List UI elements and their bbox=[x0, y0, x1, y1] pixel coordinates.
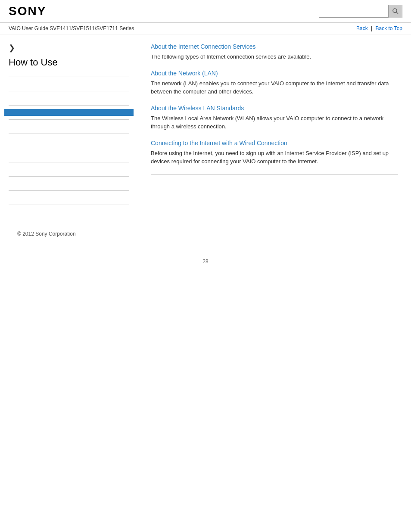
content-section-1: About the Internet Connection Services T… bbox=[151, 43, 398, 61]
content-bottom-divider bbox=[151, 174, 398, 175]
svg-line-1 bbox=[396, 12, 398, 14]
sidebar-divider-4 bbox=[9, 119, 129, 120]
section-4-link[interactable]: Connecting to the Internet with a Wired … bbox=[151, 140, 398, 146]
sidebar-title: How to Use bbox=[9, 57, 129, 68]
sidebar-divider-10 bbox=[9, 205, 129, 205]
sidebar-item-6[interactable] bbox=[9, 152, 129, 159]
search-icon bbox=[392, 8, 399, 15]
content-section-2: About the Network (LAN) The network (LAN… bbox=[151, 70, 398, 96]
sidebar-item-7[interactable] bbox=[9, 166, 129, 173]
content-section-3: About the Wireless LAN Standards The Wir… bbox=[151, 105, 398, 131]
section-4-text: Before using the Internet, you need to s… bbox=[151, 149, 398, 166]
sidebar: ❯ How to Use © 2012 Sony Corporation bbox=[0, 34, 138, 254]
back-link[interactable]: Back bbox=[356, 25, 368, 31]
sidebar-divider-6 bbox=[9, 148, 129, 148]
sidebar-divider-5 bbox=[9, 134, 129, 134]
sidebar-item-5[interactable] bbox=[9, 137, 129, 144]
sidebar-divider-2 bbox=[9, 91, 129, 91]
search-input[interactable] bbox=[319, 5, 388, 17]
page-number: 28 bbox=[0, 254, 411, 269]
sidebar-divider-1 bbox=[9, 77, 129, 77]
section-2-link[interactable]: About the Network (LAN) bbox=[151, 70, 398, 77]
sidebar-divider-8 bbox=[9, 176, 129, 177]
main-container: ❯ How to Use © 2012 Sony Corporation bbox=[0, 34, 411, 254]
nav-separator: | bbox=[371, 25, 374, 31]
nav-links: Back | Back to Top bbox=[356, 25, 402, 31]
sidebar-item-2[interactable] bbox=[9, 95, 129, 102]
sidebar-divider-3 bbox=[9, 105, 129, 106]
sidebar-divider-7 bbox=[9, 162, 129, 162]
sony-logo: SONY bbox=[9, 4, 46, 18]
nav-title: VAIO User Guide SVE1411/SVE1511/SVE1711 … bbox=[9, 25, 134, 31]
sidebar-item-4[interactable] bbox=[9, 123, 129, 130]
sidebar-item-9[interactable] bbox=[9, 194, 129, 201]
sidebar-item-3[interactable] bbox=[4, 109, 134, 116]
sidebar-item-8[interactable] bbox=[9, 180, 129, 187]
content-area: About the Internet Connection Services T… bbox=[138, 34, 411, 254]
back-to-top-link[interactable]: Back to Top bbox=[376, 25, 402, 31]
section-1-text: The following types of Internet connecti… bbox=[151, 53, 398, 61]
sidebar-chevron: ❯ bbox=[9, 43, 129, 53]
section-1-link[interactable]: About the Internet Connection Services bbox=[151, 43, 398, 50]
sidebar-divider-9 bbox=[9, 190, 129, 191]
search-box bbox=[319, 5, 402, 18]
section-3-text: The Wireless Local Area Network (WLAN) a… bbox=[151, 114, 398, 131]
svg-point-0 bbox=[393, 9, 397, 12]
sidebar-item-1[interactable] bbox=[9, 81, 129, 87]
footer-copyright: © 2012 Sony Corporation bbox=[9, 222, 129, 246]
content-section-4: Connecting to the Internet with a Wired … bbox=[151, 140, 398, 166]
section-2-text: The network (LAN) enables you to connect… bbox=[151, 79, 398, 96]
section-3-link[interactable]: About the Wireless LAN Standards bbox=[151, 105, 398, 112]
nav-bar: VAIO User Guide SVE1411/SVE1511/SVE1711 … bbox=[0, 23, 411, 34]
search-button[interactable] bbox=[388, 5, 402, 18]
page-header: SONY bbox=[0, 0, 411, 23]
